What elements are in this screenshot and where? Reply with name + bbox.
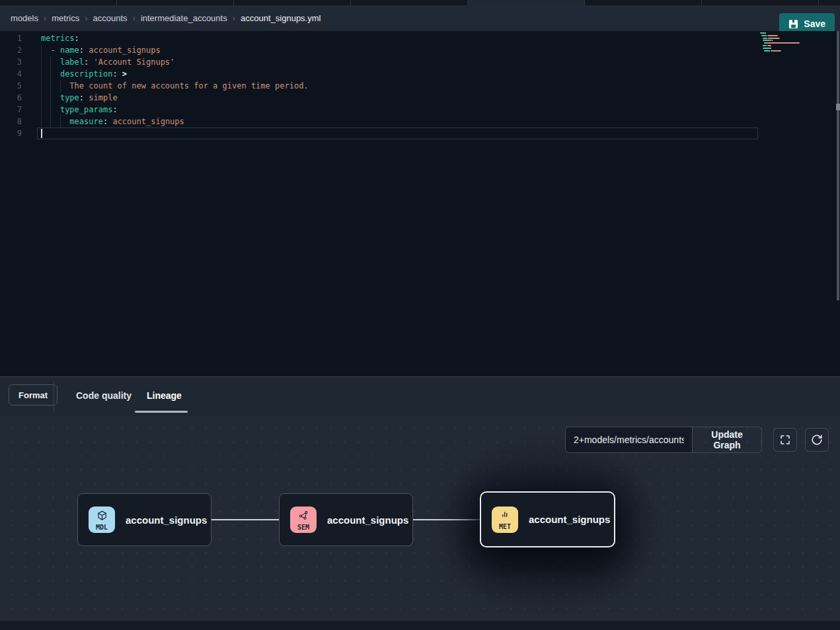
code-line-text: type: simple — [41, 92, 118, 104]
divider — [54, 382, 54, 411]
minimap[interactable] — [760, 32, 804, 61]
code-line: 7 type_params: — [0, 104, 840, 116]
graph-icon — [298, 510, 309, 524]
minimap-line — [772, 40, 773, 41]
tab-strip-segment[interactable] — [351, 0, 468, 5]
minimap-line — [766, 35, 767, 36]
format-button[interactable]: Format — [9, 384, 57, 405]
line-number: 9 — [0, 127, 22, 139]
save-button-label: Save — [804, 18, 825, 29]
minimap-line — [771, 40, 771, 41]
code-line: 9 — [0, 127, 840, 139]
cube-icon — [96, 510, 108, 524]
refresh-button[interactable] — [805, 428, 829, 452]
panel-tab-bar: Format Code quality Lineage — [0, 377, 840, 417]
current-line-highlight — [37, 127, 758, 139]
update-graph-button[interactable]: Update Graph — [693, 427, 761, 452]
selector-input[interactable] — [566, 427, 693, 452]
breadcrumb-item[interactable]: account_signups.yml — [241, 13, 321, 23]
code-line: 5 The count of new accounts for a given … — [0, 80, 840, 92]
code-editor[interactable]: 1metrics:2 - name: account_signups3 labe… — [0, 31, 840, 376]
editor-tab-strip — [0, 0, 840, 5]
minimap-line — [760, 32, 765, 34]
refresh-icon — [811, 434, 823, 446]
code-line: 3 label: 'Account Signups' — [0, 56, 840, 68]
tab-strip-segment[interactable] — [585, 0, 702, 5]
editor-scrollbar[interactable] — [837, 31, 839, 300]
tab-strip-segment[interactable] — [702, 0, 819, 5]
breadcrumb-bar: models›metrics›accounts›intermediate_acc… — [0, 5, 840, 31]
line-number: 2 — [0, 44, 22, 56]
minimap-line — [767, 38, 767, 39]
chevron-right-icon: › — [85, 13, 87, 23]
node-name-label: account_signups — [126, 514, 207, 526]
selector-group: Update Graph — [565, 427, 762, 453]
line-number: 7 — [0, 104, 22, 116]
node-type-label: MDL — [96, 524, 108, 531]
breadcrumb-item[interactable]: models — [11, 13, 38, 23]
tab-lineage[interactable]: Lineage — [147, 390, 182, 401]
node-badge: MET — [492, 507, 518, 533]
minimap-line — [764, 42, 800, 44]
minimap-line — [763, 38, 766, 39]
lineage-node-met[interactable]: METaccount_signups — [480, 491, 615, 547]
minimap-line — [768, 38, 780, 39]
line-number: 5 — [0, 80, 22, 92]
chevron-right-icon: › — [133, 13, 135, 23]
tab-code-quality[interactable]: Code quality — [76, 390, 132, 401]
fullscreen-button[interactable] — [773, 428, 797, 452]
code-line: 8 measure: account_signups — [0, 116, 840, 127]
tab-strip-filler — [819, 0, 840, 5]
lineage-canvas[interactable]: MDLaccount_signupsSEMaccount_signupsMETa… — [0, 417, 840, 630]
tab-strip-segment[interactable] — [0, 0, 117, 5]
scrollbar-marker — [836, 104, 840, 110]
lineage-edge — [211, 519, 279, 520]
tab-strip-segment-active[interactable] — [468, 0, 585, 5]
breadcrumb: models›metrics›accounts›intermediate_acc… — [11, 5, 321, 31]
breadcrumb-item[interactable]: intermediate_accounts — [141, 13, 227, 23]
code-line-text: The count of new accounts for a given ti… — [41, 80, 309, 92]
lineage-edge — [413, 519, 480, 520]
minimap-line — [771, 48, 771, 49]
line-number: 1 — [0, 32, 22, 44]
code-line-text: measure: account_signups — [41, 116, 184, 127]
node-badge: MDL — [89, 507, 115, 533]
chevron-right-icon: › — [233, 13, 235, 23]
app-window: models›metrics›accounts›intermediate_acc… — [0, 0, 840, 630]
code-line-text: label: 'Account Signups' — [41, 56, 174, 68]
minimap-line — [763, 48, 771, 49]
code-line-text: type_params: — [41, 104, 118, 116]
minimap-line — [766, 45, 767, 46]
tab-strip-segment[interactable] — [234, 0, 351, 5]
fullscreen-icon — [779, 434, 791, 446]
node-name-label: account_signups — [327, 514, 408, 526]
breadcrumb-item[interactable]: metrics — [52, 13, 79, 23]
code-line-text: description: > — [41, 68, 127, 80]
line-number: 6 — [0, 92, 22, 104]
line-number: 4 — [0, 68, 22, 80]
line-number: 3 — [0, 56, 22, 68]
node-type-label: MET — [499, 523, 511, 530]
chevron-right-icon: › — [44, 13, 46, 23]
code-line: 1metrics: — [0, 32, 840, 44]
bottom-strip — [0, 621, 840, 630]
minimap-line — [765, 32, 766, 34]
minimap-line — [767, 35, 778, 36]
minimap-line — [771, 50, 781, 52]
minimap-line — [763, 35, 765, 36]
breadcrumb-item[interactable]: accounts — [93, 13, 128, 23]
code-line: 6 type: simple — [0, 92, 840, 104]
line-number: 8 — [0, 116, 22, 127]
minimap-line — [769, 50, 770, 52]
lineage-node-mdl[interactable]: MDLaccount_signups — [77, 493, 211, 546]
minimap-line — [767, 45, 771, 46]
code-line: 2 - name: account_signups — [0, 44, 840, 56]
tab-strip-segment[interactable] — [117, 0, 234, 5]
lineage-node-sem[interactable]: SEMaccount_signups — [279, 493, 413, 546]
node-badge: SEM — [290, 507, 317, 533]
code-line-text: - name: account_signups — [41, 44, 161, 56]
node-type-label: SEM — [297, 524, 309, 531]
code-line-text: metrics: — [41, 32, 79, 44]
save-icon — [788, 19, 798, 29]
active-tab-underline — [135, 411, 188, 413]
